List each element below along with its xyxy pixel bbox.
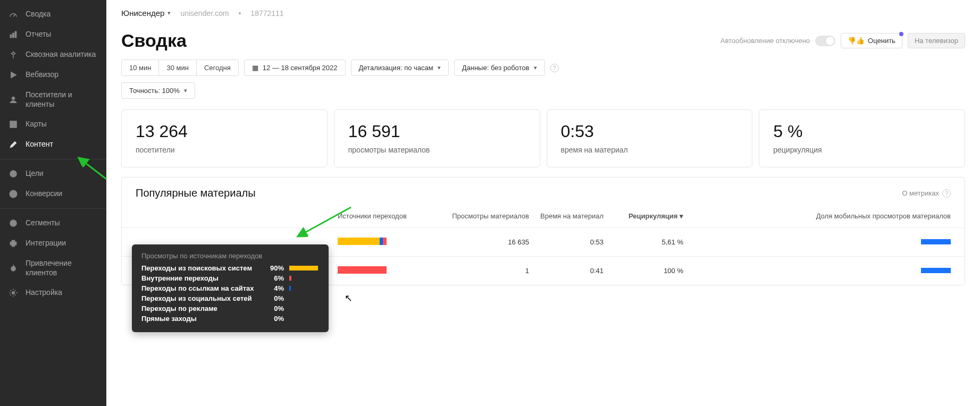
sidebar-item-segments[interactable]: Сегменты — [0, 213, 106, 233]
date-range-label: 12 — 18 сентября 2022 — [263, 64, 338, 72]
sidebar-item-integrations[interactable]: Интеграции — [0, 233, 106, 253]
svg-rect-1 — [13, 33, 14, 38]
sidebar-item-content[interactable]: Контент — [0, 134, 106, 155]
cell-recirc: 5,61 % — [604, 238, 683, 246]
about-metrics-link[interactable]: О метриках ? — [902, 189, 951, 198]
metric-label: время на материал — [561, 146, 739, 154]
sidebar-item-conversions[interactable]: Конверсии — [0, 184, 106, 204]
svg-rect-0 — [10, 35, 12, 38]
metric-visitors[interactable]: 13 264 посетители — [121, 109, 328, 167]
svg-line-11 — [298, 207, 351, 236]
accuracy-select[interactable]: Точность: 100% ▾ — [121, 82, 195, 99]
range-30min[interactable]: 30 мин — [159, 60, 196, 75]
title-controls: Автообновление отключено 👎👍 Оценить На т… — [721, 33, 965, 48]
date-range-picker[interactable]: ▦ 12 — 18 сентября 2022 — [244, 60, 346, 76]
layout-icon — [9, 120, 18, 129]
thumbs-icon: 👎👍 — [848, 37, 865, 45]
tv-button[interactable]: На телевизор — [908, 33, 965, 48]
sidebar-item-summary[interactable]: Сводка — [0, 4, 106, 24]
cell-mobile — [802, 238, 951, 246]
detail-select[interactable]: Детализация: по часам ▾ — [351, 60, 449, 76]
sidebar-item-analytics[interactable]: Сквозная аналитика — [0, 45, 106, 65]
col-spacer — [683, 212, 802, 220]
top-bar: Юнисендер ▾ unisender.com • 18772111 — [106, 0, 980, 18]
funnel-icon — [9, 50, 18, 60]
about-metrics-label: О метриках — [902, 189, 939, 197]
accuracy-label: Точность: 100% — [129, 87, 180, 95]
cell-views: 16 635 — [444, 238, 529, 246]
col-mobile[interactable]: Доля мобильных просмотров материалов — [802, 212, 951, 220]
gauge-icon — [9, 10, 18, 19]
col-views[interactable]: Просмотры материалов — [444, 212, 529, 220]
cell-sources — [338, 266, 444, 275]
sidebar-item-label: Вебвизор — [26, 70, 58, 80]
flame-icon — [9, 264, 18, 273]
svg-line-10 — [79, 158, 106, 179]
tooltip-source-name: Прямые заходы — [141, 315, 265, 323]
metric-time[interactable]: 0:53 время на материал — [547, 109, 753, 167]
tooltip-source-name: Внутренние переходы — [141, 274, 265, 282]
tooltip-row: Переходы из поисковых систем90% — [141, 264, 319, 272]
chevron-down-icon: ▾ — [534, 64, 537, 71]
tooltip-percent: 0% — [265, 304, 284, 312]
sidebar: Сводка Отчеты Сквозная аналитика Вебвизо… — [0, 0, 106, 406]
sidebar-item-label: Интеграции — [26, 239, 66, 248]
sources-bar — [338, 266, 387, 274]
col-time[interactable]: Время на материал — [529, 212, 604, 220]
gear-icon — [9, 288, 18, 298]
cell-time: 0:41 — [529, 267, 604, 275]
tooltip-row: Переходы по рекламе0% — [141, 304, 319, 312]
tooltip-percent: 0% — [265, 294, 284, 302]
sidebar-item-acquisition[interactable]: Привлечение клиентов — [0, 253, 106, 283]
counter-id: 18772111 — [250, 9, 283, 18]
tooltip-source-name: Переходы по рекламе — [141, 304, 265, 312]
range-today[interactable]: Сегодня — [197, 60, 238, 75]
detail-label: Детализация: по часам — [359, 64, 433, 72]
autorefresh-label: Автообновление отключено — [721, 37, 810, 45]
tooltip-row: Прямые заходы0% — [141, 315, 319, 323]
cursor-icon: ↖ — [345, 292, 353, 304]
autorefresh-toggle[interactable] — [815, 36, 835, 46]
metric-value: 16 591 — [348, 122, 526, 141]
tv-label: На телевизор — [915, 37, 958, 45]
sidebar-item-label: Посетители и клиенты — [26, 90, 98, 109]
rate-label: Оценить — [868, 37, 895, 45]
sidebar-item-visitors[interactable]: Посетители и клиенты — [0, 85, 106, 114]
sidebar-item-label: Цели — [26, 169, 44, 179]
filter-row-2: Точность: 100% ▾ — [106, 76, 980, 105]
tooltip-title: Просмотры по источникам переходов — [141, 252, 319, 260]
tooltip-source-name: Переходы из поисковых систем — [141, 264, 265, 272]
sidebar-item-label: Конверсии — [26, 189, 62, 199]
page-title: Сводка — [121, 30, 721, 51]
tooltip-percent: 4% — [265, 284, 284, 292]
notification-dot — [899, 32, 903, 36]
main-content: Юнисендер ▾ unisender.com • 18772111 Сво… — [106, 0, 980, 406]
pencil-icon — [9, 140, 18, 149]
range-10min[interactable]: 10 мин — [122, 60, 159, 75]
svg-point-6 — [12, 173, 15, 175]
sidebar-item-maps[interactable]: Карты — [0, 114, 106, 134]
metric-label: просмотры материалов — [348, 146, 526, 154]
data-filter-select[interactable]: Данные: без роботов ▾ — [454, 60, 545, 76]
tooltip-bar — [289, 276, 319, 281]
pie-icon — [9, 218, 18, 228]
sidebar-item-webvisor[interactable]: Вебвизор — [0, 65, 106, 85]
account-name: Юнисендер — [121, 9, 164, 18]
account-selector[interactable]: Юнисендер ▾ — [121, 9, 171, 18]
target-icon — [9, 169, 18, 179]
help-icon[interactable]: ? — [550, 64, 559, 72]
sidebar-item-label: Отчеты — [26, 30, 51, 39]
metric-recirc[interactable]: 5 % рециркуляция — [759, 109, 965, 167]
percent-icon — [9, 189, 18, 199]
rate-button[interactable]: 👎👍 Оценить — [841, 33, 902, 48]
col-recirc[interactable]: Рециркуляция ▾ — [604, 212, 683, 220]
sidebar-item-label: Сегменты — [26, 218, 60, 228]
metric-views[interactable]: 16 591 просмотры материалов — [334, 109, 540, 167]
sidebar-item-settings[interactable]: Настройка — [0, 283, 106, 303]
chevron-down-icon: ▾ — [167, 10, 171, 16]
sidebar-item-reports[interactable]: Отчеты — [0, 24, 106, 45]
tooltip-bar — [289, 266, 319, 270]
metric-label: посетители — [136, 146, 313, 154]
metric-value: 0:53 — [561, 122, 739, 141]
tooltip-bar — [289, 306, 319, 311]
